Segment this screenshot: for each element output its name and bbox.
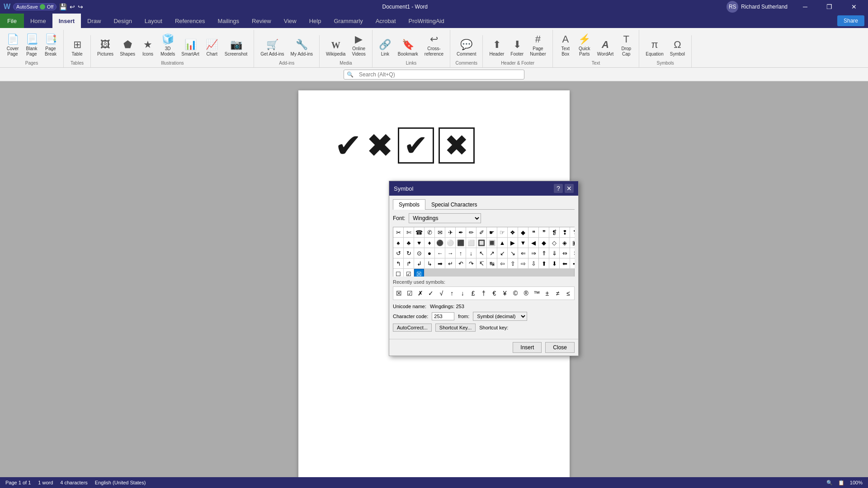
tab-mailings[interactable]: Mailings: [211, 14, 245, 28]
symbol-cell[interactable]: ↳: [425, 258, 434, 268]
pagenumber-button[interactable]: # PageNumber: [527, 32, 549, 59]
wikipedia-button[interactable]: W Wikipedia: [323, 38, 348, 59]
myaddins-button[interactable]: 🔧 My Add-ins: [288, 37, 316, 59]
symbol-cell[interactable]: ⚪: [445, 238, 455, 248]
symbol-cell[interactable]: ⇨: [518, 258, 528, 268]
shortcut-key-button[interactable]: Shortcut Key...: [435, 324, 476, 332]
recent-symbol[interactable]: ↓: [458, 288, 467, 299]
dropcap-button[interactable]: T DropCap: [617, 32, 635, 59]
symbol-cell[interactable]: ↑: [456, 248, 466, 258]
share-button[interactable]: Share: [837, 15, 864, 26]
symbol-cell[interactable]: ❡: [549, 227, 559, 237]
symbol-cell[interactable]: ⬅: [560, 258, 570, 268]
symbol-grid-scroll[interactable]: ✂✄☎✆✉✈✒✏✐☛☞❖◆❝❞❡❢❣❤♠♣♥♦⚫⚪⬛⬜🔲🔳▲▶▼◀◆◇◈▣⊞↺↻…: [393, 227, 575, 277]
tab-prowritingaid[interactable]: ProWritingAid: [402, 14, 451, 28]
symbol-cell[interactable]: ❖: [508, 227, 518, 237]
from-select[interactable]: Symbol (decimal): [473, 312, 527, 321]
bookmark-button[interactable]: 🔖 Bookmark: [395, 37, 421, 59]
pictures-button[interactable]: 🖼 Pictures: [94, 37, 116, 59]
font-select[interactable]: Wingdings: [409, 213, 481, 223]
recent-symbol[interactable]: †: [479, 288, 488, 299]
recent-symbol[interactable]: £: [468, 288, 478, 299]
quickparts-button[interactable]: ⚡ QuickParts: [576, 32, 594, 59]
symbol-cell[interactable]: ♥: [414, 238, 424, 248]
tab-special-characters[interactable]: Special Characters: [425, 199, 483, 210]
footer-button[interactable]: ⬇ Footer: [508, 37, 526, 59]
symbol-cell[interactable]: ⇧: [508, 258, 518, 268]
recent-symbol[interactable]: ☒: [394, 288, 404, 299]
symbol-cell[interactable]: 🔲: [476, 238, 486, 248]
link-button[interactable]: 🔗 Link: [376, 37, 394, 59]
symbol-cell[interactable]: ❞: [539, 227, 549, 237]
symbol-cell[interactable]: ⇕: [570, 248, 575, 258]
symbol-cell[interactable]: ✒: [456, 227, 466, 237]
symbol-cell[interactable]: ↸: [476, 258, 486, 268]
comment-button[interactable]: 💬 Comment: [454, 37, 479, 59]
wordart-button[interactable]: A WordArt: [594, 37, 617, 59]
symbol-cell[interactable]: ◆: [539, 238, 549, 248]
symbol-cell[interactable]: ◆: [518, 227, 528, 237]
symbol-cell[interactable]: ☎: [414, 227, 424, 237]
symbol-cell[interactable]: ✂: [393, 227, 403, 237]
symbol-cell[interactable]: ⇓: [549, 248, 559, 258]
symbol-cell[interactable]: ⇔: [560, 248, 570, 258]
recent-symbol[interactable]: ¥: [500, 288, 509, 299]
symbol-cell[interactable]: ↰: [393, 258, 403, 268]
tab-design[interactable]: Design: [107, 14, 138, 28]
symbol-cell[interactable]: ❝: [528, 227, 538, 237]
symbol-cell[interactable]: ↲: [414, 258, 424, 268]
recent-symbol[interactable]: ®: [521, 288, 531, 299]
recent-symbol[interactable]: €: [490, 288, 499, 299]
table-button[interactable]: ⊞ Table: [68, 37, 86, 59]
symbol-cell[interactable]: ⊙: [414, 248, 424, 258]
onlinevideos-button[interactable]: ▶ OnlineVideos: [349, 32, 368, 59]
search-container[interactable]: 🔍: [344, 70, 524, 80]
textbox-button[interactable]: A TextBox: [557, 32, 575, 59]
autocorrect-button[interactable]: AutoCorrect...: [393, 324, 432, 332]
tab-help[interactable]: Help: [303, 14, 328, 28]
symbol-cell[interactable]: ←: [435, 248, 445, 258]
insert-button[interactable]: Insert: [513, 342, 542, 353]
tab-file[interactable]: File: [0, 14, 24, 28]
recent-symbol[interactable]: ™: [532, 288, 541, 299]
symbol-cell[interactable]: ✉: [435, 227, 445, 237]
symbol-cell[interactable]: ⬛: [456, 238, 466, 248]
symbol-cell[interactable]: ↺: [393, 248, 403, 258]
tab-acrobat[interactable]: Acrobat: [369, 14, 402, 28]
save-icon[interactable]: 💾: [59, 3, 67, 10]
symbol-cell[interactable]: ❢: [560, 227, 570, 237]
symbol-cell[interactable]: ♠: [393, 238, 403, 248]
symbol-cell[interactable]: ↶: [456, 258, 466, 268]
symbol-cell[interactable]: ▣: [570, 238, 575, 248]
symbol-cell[interactable]: ↘: [508, 248, 518, 258]
crossreference-button[interactable]: ↩ Cross-reference: [422, 32, 446, 59]
symbol-cell[interactable]: ↷: [466, 258, 476, 268]
recent-symbol[interactable]: √: [437, 288, 446, 299]
search-input[interactable]: [356, 71, 524, 78]
recent-symbol[interactable]: ☑: [405, 288, 414, 299]
symbol-cell[interactable]: ⬆: [539, 258, 549, 268]
symbol-cell[interactable]: ▲: [497, 238, 507, 248]
charcode-input[interactable]: [432, 312, 454, 320]
pagebreak-button[interactable]: 📑 PageBreak: [42, 32, 60, 59]
symbol-cell[interactable]: 🔳: [487, 238, 497, 248]
tab-grammarly[interactable]: Grammarly: [327, 14, 369, 28]
equation-button[interactable]: π Equation: [643, 37, 666, 59]
symbol-cell[interactable]: ↻: [404, 248, 414, 258]
restore-button[interactable]: ❐: [819, 0, 840, 14]
symbol-cell[interactable]: ⇐: [518, 248, 528, 258]
symbol-cell[interactable]: ⬜: [466, 238, 476, 248]
symbol-cell[interactable]: ✈: [445, 227, 455, 237]
symbol-cell[interactable]: ☒: [414, 269, 424, 277]
chart-button[interactable]: 📈 Chart: [203, 37, 221, 59]
symbol-cell[interactable]: ⇩: [528, 258, 538, 268]
symbol-cell[interactable]: ⬇: [549, 258, 559, 268]
getaddins-button[interactable]: 🛒 Get Add-ins: [258, 37, 287, 59]
symbol-cell[interactable]: ✆: [425, 227, 434, 237]
symbol-cell[interactable]: ↱: [404, 258, 414, 268]
recent-symbol[interactable]: ©: [510, 288, 520, 299]
symbol-cell[interactable]: ↹: [487, 258, 497, 268]
screenshot-button[interactable]: 📷 Screenshot: [222, 37, 250, 59]
blankpage-button[interactable]: 📃 BlankPage: [23, 32, 41, 59]
symbol-cell[interactable]: ☞: [497, 227, 507, 237]
